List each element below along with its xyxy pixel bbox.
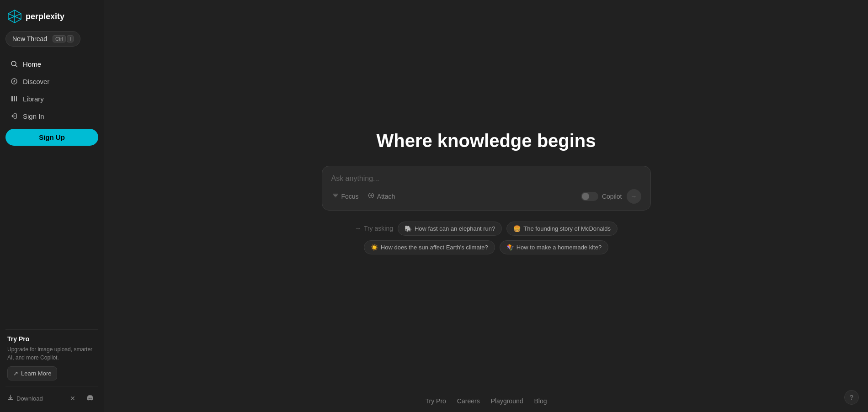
svg-line-5 [16,65,17,67]
copilot-label: Copilot [602,193,622,200]
new-thread-label: New Thread [12,35,47,42]
suggestion-chip-2[interactable]: ☀️ How does the sun affect Earth's clima… [364,240,495,254]
help-icon: ? [850,394,853,401]
svg-rect-9 [14,96,15,101]
help-button[interactable]: ? [844,390,859,405]
chip-text-1: The founding story of McDonalds [523,225,611,232]
svg-rect-10 [16,96,17,101]
try-pro-section: Try Pro Upgrade for image upload, smarte… [5,329,98,386]
try-pro-title: Try Pro [7,335,96,343]
suggestion-chip-3[interactable]: 🪁 How to make a homemade kite? [500,240,608,254]
search-input[interactable] [331,174,641,189]
download-label: Download [16,395,43,402]
compass-icon [10,77,18,85]
attach-label: Attach [377,193,395,200]
nav-library[interactable]: Library [5,90,98,107]
search-toolbar-left: Focus Attach [331,190,396,202]
discord-icon [86,395,94,402]
main-footer: Try Pro Careers Playground Blog [104,390,868,412]
shortcut-key: I [67,35,74,42]
chip-text-3: How to make a homemade kite? [517,244,602,251]
library-icon [10,95,18,103]
suggestion-chip-0[interactable]: 🐘 How fast can an elephant run? [398,222,502,236]
signin-icon [10,112,18,120]
keyboard-shortcut: Ctrl I [53,35,74,42]
svg-marker-7 [13,80,15,83]
nav-signin[interactable]: Sign In [5,108,98,124]
learn-more-button[interactable]: ↗ Learn More [7,366,57,380]
logo-icon [7,9,22,24]
search-toolbar: Focus Attach [331,189,641,204]
suggestions-row-2: ☀️ How does the sun affect Earth's clima… [364,240,608,254]
try-pro-description: Upgrade for image upload, smarter AI, an… [7,345,96,362]
copilot-toggle-switch[interactable] [581,192,598,201]
try-asking-arrow-icon: → [355,225,361,232]
sidebar-spacer [5,146,98,329]
attach-icon [368,192,374,200]
learn-more-arrow-icon: ↗ [13,370,18,377]
signup-button[interactable]: Sign Up [5,129,98,146]
submit-button[interactable]: → [627,189,641,204]
nav-discover-label: Discover [23,78,49,85]
arrow-right-icon: → [631,193,637,200]
search-icon [10,60,18,68]
main-content: Where knowledge begins Focus [104,0,868,412]
focus-button[interactable]: Focus [331,190,360,202]
new-thread-button[interactable]: New Thread Ctrl I [5,31,80,47]
chip-emoji-2: ☀️ [371,244,378,251]
svg-rect-11 [8,399,13,400]
footer-link-try-pro[interactable]: Try Pro [425,397,446,405]
sidebar-footer: Download ✕ [5,386,98,405]
shortcut-ctrl: Ctrl [53,35,66,42]
search-toolbar-right: Copilot → [581,189,641,204]
chip-emoji-0: 🐘 [405,225,412,232]
chip-emoji-1: 🍔 [513,225,521,232]
chip-text-2: How does the sun affect Earth's climate? [381,244,488,251]
focus-label: Focus [341,193,359,200]
download-icon [7,395,14,402]
nav-home-label: Home [23,60,41,68]
nav-discover[interactable]: Discover [5,73,98,90]
logo: perplexity [5,7,98,31]
twitter-button[interactable]: ✕ [66,392,79,405]
learn-more-label: Learn More [21,370,51,377]
suggestion-chip-1[interactable]: 🍔 The founding story of McDonalds [506,222,618,236]
focus-icon [332,192,339,200]
chip-emoji-3: 🪁 [506,244,514,251]
main-title: Where knowledge begins [376,131,596,151]
nav-home[interactable]: Home [5,56,98,72]
chip-text-0: How fast can an elephant run? [415,225,495,232]
search-box: Focus Attach [322,166,651,211]
footer-link-careers[interactable]: Careers [457,397,480,405]
sidebar: perplexity New Thread Ctrl I Home Discov… [0,0,104,412]
footer-link-playground[interactable]: Playground [491,397,523,405]
try-asking-label: → Try asking [355,225,393,232]
social-icons: ✕ [66,392,96,405]
nav-signin-label: Sign In [23,112,44,120]
suggestions-row-1: → Try asking 🐘 How fast can an elephant … [355,222,618,236]
twitter-icon: ✕ [70,395,75,402]
download-button[interactable]: Download [7,395,43,402]
nav-library-label: Library [23,95,44,103]
svg-rect-8 [11,96,13,101]
discord-button[interactable] [84,392,96,405]
toggle-knob [582,193,589,200]
footer-link-blog[interactable]: Blog [534,397,547,405]
copilot-toggle[interactable]: Copilot [581,192,622,201]
attach-button[interactable]: Attach [367,190,396,202]
suggestions-area: → Try asking 🐘 How fast can an elephant … [355,222,618,254]
app-name: perplexity [26,12,64,21]
